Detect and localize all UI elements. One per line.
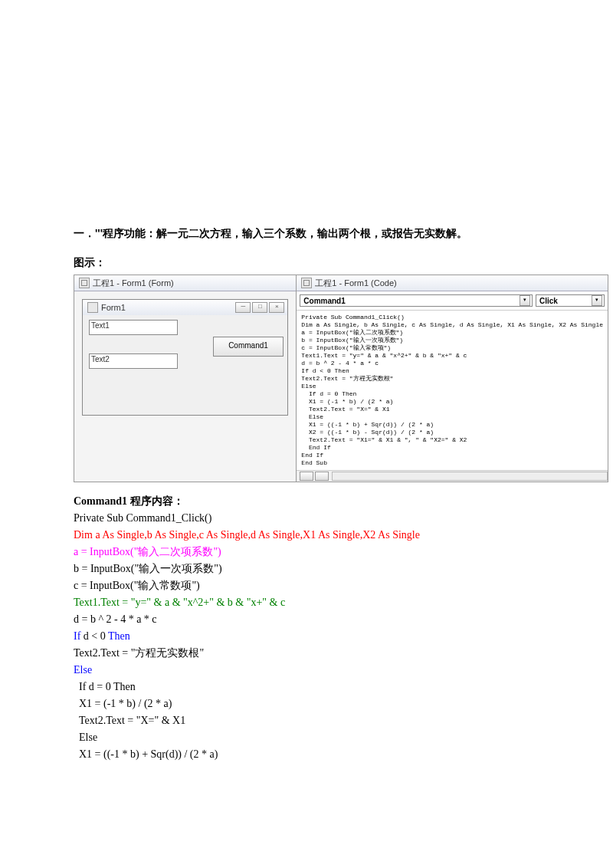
code-line: Text2.Text = "X=" & X1 — [74, 712, 539, 729]
form-window: Form1 ─ □ × Text1 Text2 Command1 — [82, 299, 288, 416]
code-combos: Command1 ▾ Click ▾ — [297, 291, 608, 311]
proc-combo[interactable]: Click ▾ — [536, 294, 605, 307]
code-line: b = InputBox("输入一次项系数") — [74, 561, 539, 577]
code-line: Else — [74, 662, 539, 679]
code-footer — [297, 470, 608, 482]
code-line: Text2.Text = "方程无实数根" — [74, 645, 539, 662]
section-heading: 一．'''程序功能：解一元二次方程，输入三个系数，输出两个根，或报告无实数解。 — [74, 227, 539, 241]
code-line: Text1.Text = "y=" & a & "x^2+" & b & "x+… — [74, 594, 539, 611]
command-button[interactable]: Command1 — [213, 337, 284, 357]
code-icon — [301, 278, 312, 288]
code-line: Dim a As Single,b As Single,c As Single,… — [74, 527, 539, 544]
figure-label: 图示： — [74, 256, 539, 270]
chevron-down-icon: ▾ — [592, 295, 602, 306]
textbox-text2[interactable]: Text2 — [89, 353, 178, 369]
horizontal-scrollbar[interactable] — [332, 472, 608, 481]
code-pane-title: 工程1 - Form1 (Code) — [297, 275, 608, 291]
code-editor[interactable]: Private Sub Command1_Click() Dim a As Si… — [297, 311, 608, 470]
textbox-text1[interactable]: Text1 — [89, 320, 178, 335]
close-button[interactable]: × — [269, 302, 284, 313]
form-pane-title: 工程1 - Form1 (Form) — [74, 275, 296, 291]
code-pane: 工程1 - Form1 (Code) Command1 ▾ Click ▾ Pr… — [296, 275, 608, 482]
code-line: If d < 0 Then — [74, 628, 539, 645]
form-designer-pane: 工程1 - Form1 (Form) Form1 ─ □ × Text1 Tex… — [74, 275, 296, 482]
code-line: c = InputBox("输入常数项") — [74, 577, 539, 594]
object-combo[interactable]: Command1 ▾ — [300, 294, 533, 307]
form-titlebar: Form1 ─ □ × — [83, 300, 287, 316]
code-line: a = InputBox("输入二次项系数") — [74, 544, 539, 561]
code-line: Private Sub Command1_Click() — [74, 510, 539, 527]
full-view-button[interactable] — [315, 472, 329, 481]
form-body: Text1 Text2 Command1 — [83, 315, 287, 415]
form-title-text: Form1 — [101, 303, 126, 312]
minimize-button[interactable]: ─ — [235, 302, 251, 313]
ide-screenshot: 工程1 - Form1 (Form) Form1 ─ □ × Text1 Tex… — [74, 275, 608, 482]
code-listing: Command1 程序内容： Private Sub Command1_Clic… — [74, 493, 539, 763]
proc-combo-value: Click — [539, 297, 558, 305]
chevron-down-icon: ▾ — [520, 295, 530, 306]
code-line: X1 = (-1 * b) / (2 * a) — [74, 695, 539, 712]
code-line: If d = 0 Then — [74, 679, 539, 695]
maximize-button[interactable]: □ — [252, 302, 267, 313]
code-line: d = b ^ 2 - 4 * a * c — [74, 611, 539, 628]
code-line: X1 = ((-1 * b) + Sqr(d)) / (2 * a) — [74, 746, 539, 763]
code-pane-title-text: 工程1 - Form1 (Code) — [315, 278, 396, 289]
code-line: Else — [74, 729, 539, 746]
form-titlebar-icon — [87, 302, 98, 313]
object-combo-value: Command1 — [303, 297, 345, 305]
form-icon — [79, 278, 90, 288]
proc-view-button[interactable] — [300, 472, 313, 481]
listing-title: Command1 程序内容： — [74, 493, 539, 510]
form-pane-title-text: 工程1 - Form1 (Form) — [93, 278, 174, 289]
